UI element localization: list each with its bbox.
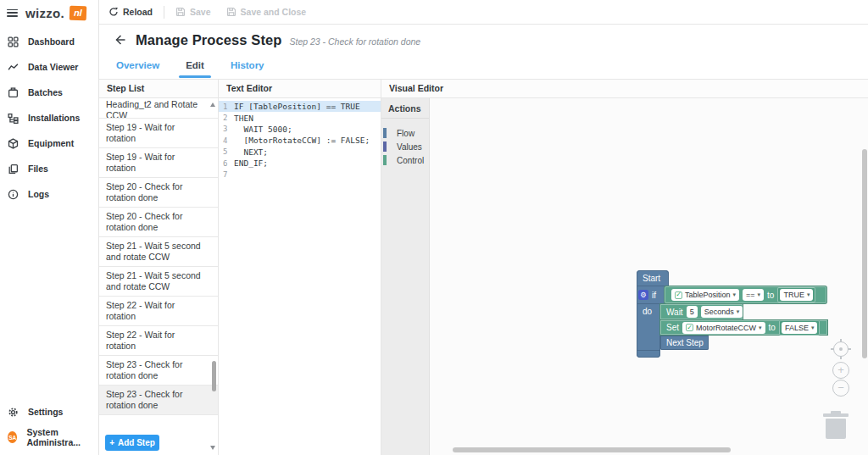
sidebar-item-files[interactable]: Files: [0, 156, 98, 181]
step-label: Step 22 - Wait for rotation: [106, 300, 175, 321]
value-block[interactable]: FALSE ▾: [779, 320, 821, 336]
condition-block[interactable]: ✓ TablePosition ▾ == ▾ to T: [665, 286, 826, 303]
list-item[interactable]: Step 21 - Wait 5 second and rotate CCW: [99, 267, 218, 297]
line-number: 3: [219, 125, 234, 133]
code-line[interactable]: 5 NEXT;: [219, 147, 381, 158]
line-number: 2: [219, 114, 234, 122]
block-program[interactable]: Start ⚙ if ✓ TablePosition ▾: [637, 270, 833, 360]
workspace-horizontal-scrollbar[interactable]: [453, 447, 731, 452]
toolbox-category-flow[interactable]: Flow: [381, 126, 429, 140]
line-number: 7: [219, 170, 234, 179]
list-item[interactable]: Step 23 - Check for rotation done: [99, 356, 218, 386]
sidebar-item-label: Installations: [28, 113, 80, 123]
value-dropdown[interactable]: TRUE ▾: [780, 289, 813, 301]
sidebar-item-logs[interactable]: Logs: [0, 181, 98, 207]
dashboard-icon: [8, 36, 19, 47]
unit: Seconds: [704, 308, 734, 316]
sidebar-bottom: Settings SA System Administra...: [0, 399, 98, 450]
list-item[interactable]: Step 21 - Wait 5 second and rotate CCW: [99, 237, 218, 267]
code-line[interactable]: 4 [MotorRotateCCW] := FALSE;: [219, 135, 381, 146]
block-workspace[interactable]: Start ⚙ if ✓ TablePosition ▾: [430, 98, 868, 455]
save-and-close-button[interactable]: Save and Close: [226, 7, 307, 17]
set-block[interactable]: Set ✓ MotorRotateCCW ▾ to FALSE ▾: [660, 320, 827, 335]
page-subtitle: Step 23 - Check for rotation done: [289, 34, 420, 47]
cube-icon: [8, 138, 19, 149]
zoom-in-button[interactable]: +: [832, 362, 849, 379]
save-button[interactable]: Save: [175, 7, 211, 17]
value-block[interactable]: TRUE ▾: [777, 287, 815, 302]
sidebar-item-dashboard[interactable]: Dashboard: [0, 29, 98, 54]
code-line[interactable]: 7: [219, 169, 381, 180]
code-area[interactable]: 1IF [TablePosition] == TRUE2THEN3 WAIT 5…: [219, 98, 381, 180]
category-label: Values: [397, 142, 422, 152]
code-line[interactable]: 2THEN: [219, 112, 381, 123]
set-value-dropdown[interactable]: FALSE ▾: [782, 322, 818, 334]
step-list-panel: Step List Heading_t2 and Rotate CCWStep …: [99, 80, 219, 455]
to-label: to: [769, 323, 776, 332]
variable-dropdown[interactable]: ✓ TablePosition ▾: [671, 289, 739, 301]
if-label: if: [652, 291, 656, 300]
sidebar-item-installations[interactable]: Installations: [0, 105, 98, 130]
sidebar-item-system-administrator[interactable]: SA System Administra...: [0, 424, 98, 450]
center-view-button[interactable]: [833, 341, 849, 357]
tab-edit[interactable]: Edit: [184, 55, 206, 75]
sidebar-nav: Dashboard Data Viewer Batches Installati…: [0, 29, 98, 207]
sidebar-item-batches[interactable]: Batches: [0, 80, 98, 105]
hamburger-menu-icon[interactable]: [7, 9, 18, 17]
visual-editor-header: Visual Editor: [381, 80, 868, 98]
list-item[interactable]: Step 20 - Check for rotation done: [99, 178, 218, 208]
logo-row: wizzo. nl: [0, 0, 98, 25]
logo: wizzo.: [25, 6, 64, 20]
save-icon: [175, 7, 186, 17]
workspace-vertical-scrollbar[interactable]: [862, 149, 867, 358]
back-arrow-icon[interactable]: [114, 34, 126, 46]
list-item[interactable]: Step 19 - Wait for rotation: [99, 148, 218, 178]
code-line[interactable]: 1IF [TablePosition] == TRUE: [219, 101, 381, 112]
start-block[interactable]: Start: [637, 270, 669, 286]
to-label: to: [767, 291, 774, 300]
step-label: Step 20 - Check for rotation done: [106, 181, 182, 203]
list-item[interactable]: Step 22 - Wait for rotation: [99, 297, 218, 326]
sidebar-item-equipment[interactable]: Equipment: [0, 130, 98, 156]
sidebar-item-label: Batches: [28, 87, 63, 97]
sidebar-item-settings[interactable]: Settings: [0, 399, 98, 424]
wait-label: Wait: [666, 308, 683, 317]
list-item[interactable]: Step 23 - Check for rotation done: [99, 386, 218, 415]
scroll-up-arrow-icon[interactable]: [210, 103, 215, 107]
info-circle-icon: [8, 189, 19, 200]
code-line[interactable]: 6END_IF;: [219, 158, 381, 169]
step-label: Step 21 - Wait 5 second and rotate CCW: [106, 270, 201, 291]
tab-history[interactable]: History: [229, 55, 266, 75]
operator-dropdown[interactable]: == ▾: [743, 289, 764, 301]
step-label: Step 19 - Wait for rotation: [106, 122, 175, 143]
mutator-gear-icon[interactable]: ⚙: [638, 290, 648, 300]
wait-block[interactable]: Wait 5 Seconds ▾: [660, 304, 743, 319]
code-line[interactable]: 3 WAIT 5000;: [219, 124, 381, 135]
list-item[interactable]: Step 22 - Wait for rotation: [99, 326, 218, 356]
list-item[interactable]: Heading_t2 and Rotate CCW: [99, 98, 218, 119]
wait-unit-dropdown[interactable]: Seconds ▾: [701, 306, 743, 318]
toolbox-category-control[interactable]: Control: [381, 153, 429, 167]
toolbox-category-values[interactable]: Values: [381, 140, 429, 153]
next-step-block[interactable]: Next Step: [660, 336, 709, 350]
step-list-scrollbar[interactable]: [212, 361, 216, 391]
reload-label: Reload: [123, 7, 153, 17]
step-list-header: Step List: [99, 80, 218, 98]
trash-icon[interactable]: [823, 410, 849, 439]
category-color-bar: [383, 155, 387, 165]
scroll-down-arrow-icon[interactable]: [210, 446, 215, 450]
line-number: 5: [219, 147, 234, 156]
zoom-out-button[interactable]: −: [832, 380, 849, 397]
tab-overview[interactable]: Overview: [114, 55, 161, 75]
reload-button[interactable]: Reload: [108, 7, 153, 17]
add-step-button[interactable]: + Add Step: [105, 435, 159, 451]
value: FALSE: [785, 324, 809, 332]
sidebar-item-label: Logs: [28, 189, 49, 199]
set-variable-dropdown[interactable]: ✓ MotorRotateCCW ▾: [682, 322, 765, 334]
list-item[interactable]: Step 20 - Check for rotation done: [99, 208, 218, 237]
wait-duration-field[interactable]: 5: [687, 306, 698, 318]
tab-bar: Overview Edit History: [99, 55, 868, 79]
sidebar-item-data-viewer[interactable]: Data Viewer: [0, 54, 98, 80]
reload-icon: [108, 7, 119, 17]
list-item[interactable]: Step 19 - Wait for rotation: [99, 119, 218, 148]
